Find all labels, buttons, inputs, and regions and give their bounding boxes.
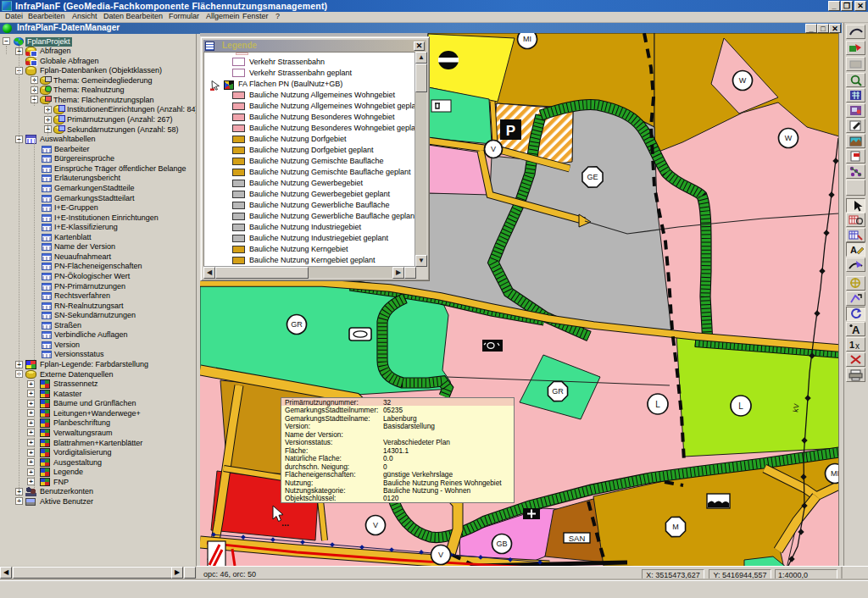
- svg-text:A: A: [850, 245, 857, 255]
- svg-text:L: L: [655, 400, 660, 409]
- svg-text:V: V: [438, 551, 443, 559]
- svg-text:GB: GB: [496, 540, 507, 548]
- svg-text:V: V: [373, 521, 378, 529]
- svg-text:SAN: SAN: [569, 534, 586, 543]
- svg-text:A: A: [852, 323, 860, 335]
- svg-text:P: P: [506, 123, 515, 139]
- svg-text:x: x: [855, 341, 860, 351]
- svg-text:GR: GR: [552, 387, 564, 396]
- svg-text:MI: MI: [831, 469, 839, 478]
- svg-text:V: V: [491, 145, 496, 153]
- svg-text:...: ...: [281, 518, 289, 528]
- svg-text:1: 1: [849, 340, 854, 350]
- svg-text:GR: GR: [291, 320, 303, 329]
- svg-text:M: M: [672, 523, 679, 531]
- svg-text:kV: kV: [791, 403, 801, 413]
- svg-text:L: L: [738, 401, 743, 411]
- svg-text:W: W: [739, 76, 747, 85]
- svg-text:W: W: [785, 134, 793, 142]
- svg-text:MI: MI: [523, 35, 531, 43]
- svg-text:GE: GE: [587, 173, 598, 181]
